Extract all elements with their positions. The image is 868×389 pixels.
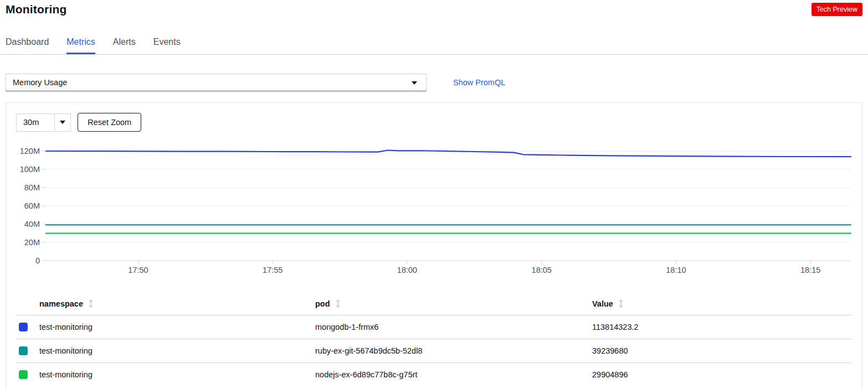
pod-cell: ruby-ex-git-5674b9dc5b-52dl8 [315,339,592,363]
pod-cell: mongodb-1-frmx6 [315,315,592,339]
swatch-cell [16,315,39,339]
sort-icon [89,299,93,308]
column-header-pod[interactable]: pod [315,293,592,315]
x-axis-label: 18:15 [800,266,820,274]
reset-zoom-button[interactable]: Reset Zoom [78,113,141,132]
series-color-swatch [19,370,28,379]
swatch-cell [16,339,39,363]
value-cell: 39239680 [592,339,852,363]
x-axis-label: 17:55 [263,266,283,274]
chart-area: 020M40M60M80M100M120M17:5017:5518:0018:0… [16,139,852,277]
y-axis-label: 40M [24,220,40,229]
chart-panel: 30m Reset Zoom 020M40M60M80M100M120M17:5… [6,102,862,389]
x-axis-label: 18:05 [532,266,552,274]
swatch-column-header [16,293,39,315]
y-axis-label: 100M [20,165,40,174]
y-axis-label: 60M [24,201,40,210]
namespace-cell: test-monitoring [39,315,315,339]
page-header: Monitoring Tech Preview [0,0,868,16]
page-title: Monitoring [6,3,862,16]
y-axis-label: 0 [35,256,40,265]
x-axis-label: 18:10 [666,266,686,274]
series-color-swatch [19,346,28,355]
tab-bar: DashboardMetricsAlertsEvents [0,37,868,55]
namespace-cell: test-monitoring [39,363,315,387]
metrics-chart[interactable]: 020M40M60M80M100M120M17:5017:5518:0018:0… [16,139,853,277]
sort-icon [619,299,623,308]
sort-icon [336,299,340,308]
timespan-select[interactable]: 30m [16,113,71,132]
caret-down-icon [412,81,417,85]
query-select[interactable]: Memory Usage [6,74,427,91]
column-header-value[interactable]: Value [592,293,852,315]
value-cell: 113814323.2 [592,315,852,339]
y-axis-label: 120M [20,147,40,155]
x-axis-label: 17:50 [128,266,148,274]
show-promql-link[interactable]: Show PromQL [453,78,505,87]
pod-cell: nodejs-ex-6d89c77b8c-g75rt [315,363,592,387]
column-header-label: pod [315,299,330,308]
tab-events[interactable]: Events [153,37,181,54]
chart-controls: 30m Reset Zoom [16,113,852,132]
column-header-namespace[interactable]: namespace [39,293,315,315]
timespan-value: 30m [17,114,55,131]
caret-down-icon [55,114,70,131]
swatch-cell [16,363,39,387]
metrics-table: namespacepodValue test-monitoringmongodb… [16,293,852,386]
table-row: test-monitoringnodejs-ex-6d89c77b8c-g75r… [16,363,852,387]
value-cell: 29904896 [592,363,852,387]
query-select-value: Memory Usage [13,78,67,87]
table-header-row: namespacepodValue [16,293,852,315]
table-row: test-monitoringruby-ex-git-5674b9dc5b-52… [16,339,852,363]
tech-preview-badge: Tech Preview [811,3,862,16]
y-axis-label: 80M [24,183,40,192]
query-toolbar: Memory Usage Show PromQL [6,74,862,91]
column-header-label: namespace [39,299,83,308]
tab-alerts[interactable]: Alerts [113,37,136,54]
table-row: test-monitoringmongodb-1-frmx6113814323.… [16,315,852,339]
tab-metrics[interactable]: Metrics [66,37,95,54]
table-body: test-monitoringmongodb-1-frmx6113814323.… [16,315,852,387]
tab-dashboard[interactable]: Dashboard [6,37,49,54]
column-header-label: Value [592,299,613,308]
series-color-swatch [19,323,28,331]
namespace-cell: test-monitoring [39,339,315,363]
y-axis-label: 20M [24,238,40,247]
x-axis-label: 18:00 [397,266,417,274]
